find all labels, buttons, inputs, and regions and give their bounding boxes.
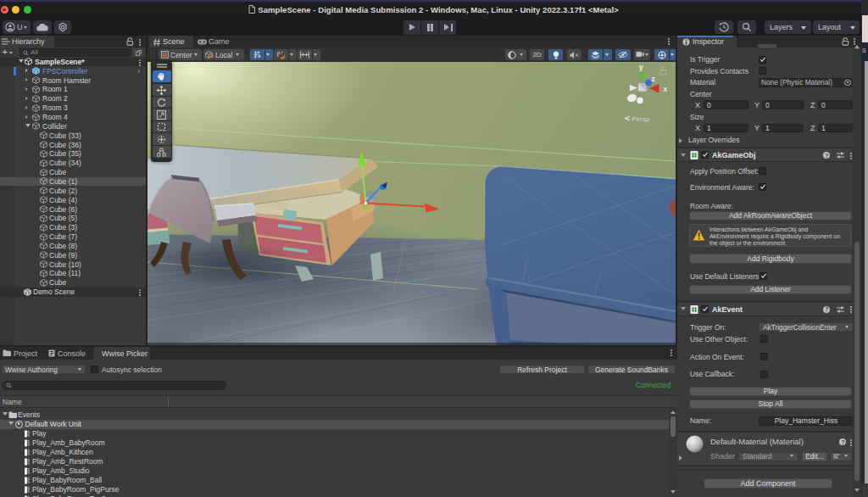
svg-text:Persp: Persp xyxy=(632,115,650,123)
svg-text:x: x xyxy=(664,85,668,93)
svg-text:z: z xyxy=(652,75,655,83)
svg-text:y: y xyxy=(639,63,643,71)
